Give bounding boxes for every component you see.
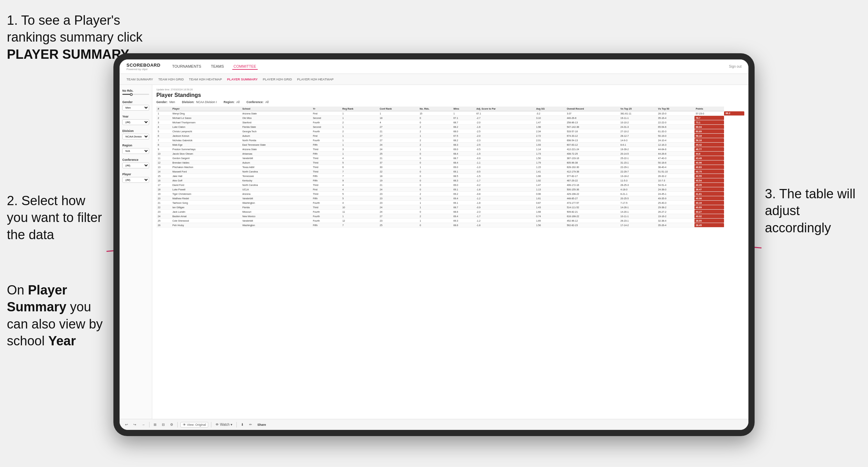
cell-13-9: 1.41: [535, 169, 565, 174]
update-time: Update time: 27/03/2024 16:56:26: [156, 88, 744, 91]
cell-1-1: Michael Le Sasso: [171, 116, 241, 120]
view-original-btn[interactable]: 👁 View: Original: [180, 422, 208, 427]
nav-sign-out[interactable]: Sign out: [729, 65, 742, 68]
cell-14-1: Jake Hall: [171, 174, 241, 178]
annotation-step1-bold: PLAYER SUMMARY: [7, 47, 129, 62]
cell-0-8: 67.1: [475, 111, 535, 116]
cell-2-4: 2: [341, 120, 378, 125]
table-row: 22Ian GilliganFloridaThird1024168.7-0.91…: [156, 205, 744, 210]
table-row: 4Luke ClatonFlorida StateSecond127268.2-…: [156, 125, 744, 129]
cell-13-10: 412-179-38: [565, 169, 619, 174]
cell-0-12: 28-15-0: [657, 111, 694, 116]
cell-20-0: 21: [156, 201, 171, 205]
cell-22-8: -2.3: [475, 210, 535, 214]
cell-8-10: 412-221-24: [565, 147, 619, 152]
cell-18-5: 23: [378, 192, 418, 196]
subnav-team-summary[interactable]: TEAM SUMMARY: [126, 77, 153, 81]
subnav-team-h2h-heatmap[interactable]: TEAM H2H HEATMAP: [189, 77, 222, 81]
cell-1-4: 1: [341, 116, 378, 120]
cell-12-7: 69.0: [452, 165, 475, 169]
grid-btn[interactable]: ⊟: [160, 422, 166, 427]
annotation-step1-text: 1. To see a Player's rankings summary cl…: [7, 13, 143, 44]
gender-select[interactable]: Men: [122, 105, 149, 111]
conference-select[interactable]: (All): [122, 163, 149, 168]
subnav-player-h2h-heatmap[interactable]: PLAYER H2H HEATMAP: [297, 77, 334, 81]
slider-thumb[interactable]: [130, 93, 133, 96]
cell-16-6: 0: [418, 183, 452, 187]
forward-btn[interactable]: →: [140, 422, 146, 427]
cell-5-11: 28-12-7: [619, 134, 657, 138]
conference-filter-label: Conference: All: [246, 100, 268, 104]
cell-11-1: Brendan Valdes: [171, 160, 241, 165]
cell-19-9: 1.61: [535, 196, 565, 201]
table-row: 19Tiger ChristensenArizonaThird523269.2-…: [156, 192, 744, 196]
cell-8-1: Preston Summerhays: [171, 147, 241, 152]
table-area: Update time: 27/03/2024 16:56:26 Player …: [152, 85, 748, 419]
cell-9-7: 68.4: [452, 152, 475, 156]
annotation-step3: 3. The table will adjust accordingly: [765, 186, 861, 236]
table-row: 9Preston SummerhaysArizona StateThird324…: [156, 147, 744, 152]
cell-14-13: 40.55: [694, 174, 724, 178]
region-select[interactable]: N/A: [122, 148, 149, 154]
cell-16-1: David Ford: [171, 183, 241, 187]
cell-2-3: Fourth: [311, 120, 341, 125]
nav-teams[interactable]: TEAMS: [210, 64, 225, 70]
cell-16-11: 26-25-3: [619, 183, 657, 187]
settings-btn[interactable]: ⚙: [169, 422, 175, 427]
cell-21-9: 1.43: [535, 205, 565, 210]
cell-9-9: 1.73: [535, 152, 565, 156]
division-select[interactable]: NCAA Division I: [122, 134, 149, 140]
bottom-toolbar: ↩ ↪ → ⊞ ⊟ ⚙ 👁 View: Original 👁 Watch ▾ ⬇…: [120, 419, 748, 430]
cell-3-7: 68.2: [452, 125, 475, 129]
col-points: Points: [694, 107, 724, 111]
cell-3-6: 2: [418, 125, 452, 129]
cell-9-5: 25: [378, 152, 418, 156]
download-btn[interactable]: ⬇: [240, 422, 245, 427]
player-select[interactable]: (All): [122, 177, 149, 183]
table-row: 16Alex GoffKentuckyFifth919068.3-1.71.92…: [156, 178, 744, 183]
share-btn[interactable]: Share: [256, 422, 267, 427]
undo-btn[interactable]: ↩: [124, 422, 129, 427]
no-rds-slider[interactable]: [122, 94, 149, 95]
cell-12-2: Texas A&M: [241, 165, 311, 169]
table-body: 1Wenyi DingArizona StateFirst1115167.1-3…: [156, 111, 744, 227]
cell-2-0: 3: [156, 120, 171, 125]
subnav-team-h2h-grid[interactable]: TEAM H2H GRID: [158, 77, 183, 81]
region-filter-label: Region: All: [224, 100, 240, 104]
table-row: 21Taehoon SongWashingtonFourth423169.1-1…: [156, 201, 744, 205]
cell-22-10: 509-82-21: [565, 210, 619, 214]
col-avg-sg: Avg SG: [535, 107, 565, 111]
subnav-player-summary[interactable]: PLAYER SUMMARY: [227, 77, 258, 81]
cell-5-6: 1: [418, 134, 452, 138]
nav-tournaments[interactable]: TOURNAMENTS: [171, 64, 203, 70]
cell-4-13: 60.89: [694, 129, 724, 134]
cell-23-7: 69.4: [452, 214, 475, 219]
cell-24-0: 25: [156, 219, 171, 223]
redo-btn[interactable]: ↪: [132, 422, 137, 427]
cell-5-13: 58.18: [694, 134, 724, 138]
year-select[interactable]: (All): [122, 119, 149, 125]
cell-20-7: 69.1: [452, 201, 475, 205]
tablet-screen: SCOREBOARD Powered by clipd TOURNAMENTS …: [120, 59, 748, 430]
cell-19-5: 23: [378, 196, 418, 201]
cell-3-3: Second: [311, 125, 341, 129]
cell-18-12: 24-45-1: [657, 192, 694, 196]
edit-btn[interactable]: ✏: [248, 422, 253, 427]
cell-4-6: 2: [418, 129, 452, 134]
watch-btn[interactable]: 👁 Watch ▾: [214, 422, 234, 427]
cell-12-6: 1: [418, 165, 452, 169]
cell-11-12: 50-18-6: [657, 160, 694, 165]
table-row: 15Jake HallTennesseeFifth718068.5-1.51.6…: [156, 174, 744, 178]
cell-17-11: 4-18-0: [619, 187, 657, 192]
cell-18-3: Third: [311, 192, 341, 196]
subnav-player-h2h-grid[interactable]: PLAYER H2H GRID: [263, 77, 292, 81]
annotation-step3-text: 3. The table will adjust accordingly: [765, 187, 855, 235]
cell-5-10: 674-33-12: [565, 134, 619, 138]
cell-10-2: Vanderbilt: [241, 156, 311, 160]
cell-14-11: 13-18-2: [619, 174, 657, 178]
cell-20-6: 1: [418, 201, 452, 205]
watch-label: Watch: [220, 423, 230, 426]
nav-committee[interactable]: COMMITTEE: [232, 64, 258, 70]
copy-btn[interactable]: ⊞: [152, 422, 158, 427]
cell-13-13: 40.75: [694, 169, 724, 174]
